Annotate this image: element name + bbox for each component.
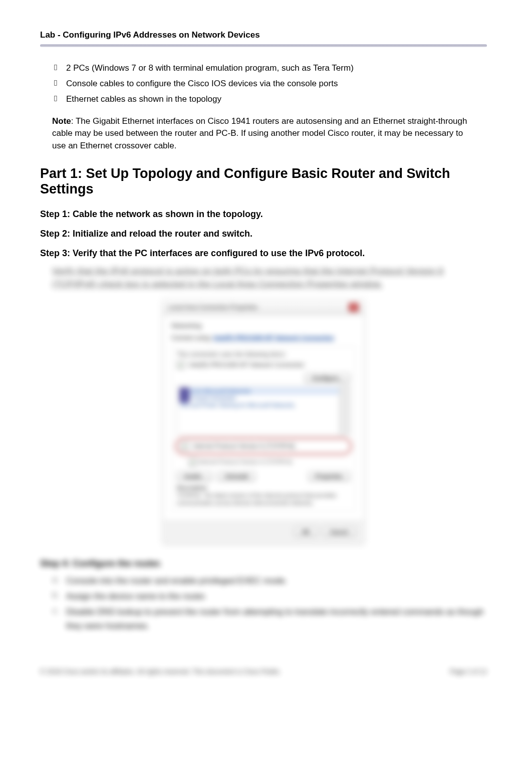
close-icon: × bbox=[349, 303, 359, 312]
uninstall-button: Uninstall bbox=[217, 471, 255, 481]
install-button: Install... bbox=[177, 471, 212, 481]
dialog-title: Local Area Connection Properties bbox=[168, 304, 258, 311]
scrollbar-thumb bbox=[179, 387, 189, 403]
description-block: Description TCP/IPv6. The latest version… bbox=[177, 484, 350, 507]
step-3-heading: Step 3: Verify that the PC interfaces ar… bbox=[40, 248, 487, 259]
list-item-text: Console cables to configure the Cisco IO… bbox=[66, 79, 338, 88]
note-label: Note bbox=[52, 116, 71, 126]
ipv4-item: ✓ Internet Protocol Version 4 (TCP/IPv4) bbox=[189, 458, 350, 466]
list-item: ▯ Console cables to configure the Cisco … bbox=[52, 77, 487, 90]
list-item: ▯ 2 PCs (Windows 7 or 8 with terminal em… bbox=[52, 61, 487, 75]
list-item: a. Console into the router and enable pr… bbox=[52, 574, 487, 588]
equipment-list: ▯ 2 PCs (Windows 7 or 8 with terminal em… bbox=[52, 61, 487, 106]
page-number: Page 2 of 12 bbox=[450, 668, 487, 675]
install-row: Install... Uninstall Properties bbox=[177, 471, 350, 481]
copyright-text: © 2016 Cisco and/or its affiliates. All … bbox=[40, 668, 281, 675]
configure-button: Configure... bbox=[305, 373, 350, 383]
step4-sublist: a. Console into the router and enable pr… bbox=[52, 574, 487, 633]
dialog-titlebar: Local Area Connection Properties × bbox=[163, 300, 364, 315]
connect-using-row: Connect using: Intel(R) PRO/1000 MT Netw… bbox=[171, 334, 356, 341]
scrollbar bbox=[339, 385, 350, 435]
ipv6-highlight: ✓ Internet Protocol Version 6 (TCP/IPv6) bbox=[176, 438, 351, 454]
bullet-icon: b. bbox=[52, 590, 59, 601]
adapter-checkbox-row: ✓ Intel(R) PRO/1000 MT Network Connectio… bbox=[177, 361, 350, 369]
ok-button: OK bbox=[294, 527, 318, 537]
checkbox-icon: ✓ bbox=[177, 361, 185, 369]
list-item: b. Assign the device name to the router. bbox=[52, 590, 487, 603]
list-item: ▯ Ethernet cables as shown in the topolo… bbox=[52, 92, 487, 106]
step-2-heading: Step 2: Initialize and reload the router… bbox=[40, 229, 487, 239]
step-4-heading: Step 4: Configure the router. bbox=[40, 558, 487, 569]
bullet-icon: ▯ bbox=[52, 92, 59, 103]
header-rule bbox=[40, 44, 487, 47]
group-title: This connection uses the following items… bbox=[177, 351, 350, 358]
bullet-icon: c. bbox=[52, 605, 59, 616]
blurred-intro: Verify that the IPv6 protocol is active … bbox=[52, 265, 475, 290]
list-item-text: 2 PCs (Windows 7 or 8 with terminal emul… bbox=[66, 63, 354, 73]
list-item-text: Assign the device name to the router. bbox=[66, 592, 207, 601]
list-item-text: Console into the router and enable privi… bbox=[66, 576, 287, 586]
checkbox-icon: ✓ bbox=[181, 442, 189, 450]
tab-label: Networking bbox=[171, 322, 356, 329]
note-text: : The Gigabit Ethernet interfaces on Cis… bbox=[52, 116, 467, 150]
properties-dialog: Local Area Connection Properties × Netwo… bbox=[163, 299, 364, 543]
bullet-icon: a. bbox=[52, 574, 59, 585]
dialog-footer: OK Cancel bbox=[163, 520, 364, 543]
page-footer: © 2016 Cisco and/or its affiliates. All … bbox=[40, 668, 487, 675]
step-1-heading: Step 1: Cable the network as shown in th… bbox=[40, 209, 487, 220]
bullet-icon: ▯ bbox=[52, 61, 59, 72]
part-heading: Part 1: Set Up Topology and Configure Ba… bbox=[40, 166, 487, 197]
properties-button: Properties bbox=[308, 471, 350, 481]
blurred-region: Verify that the IPv6 protocol is active … bbox=[40, 265, 487, 675]
cancel-button: Cancel bbox=[323, 527, 356, 537]
page-header-title: Lab - Configuring IPv6 Addresses on Netw… bbox=[40, 30, 487, 44]
list-item-text: Disable DNS lookup to prevent the router… bbox=[66, 607, 483, 630]
protocol-listbox: Client for Microsoft Networks QoS Packet… bbox=[177, 385, 350, 435]
note-paragraph: Note: The Gigabit Ethernet interfaces on… bbox=[52, 115, 475, 152]
list-item: c. Disable DNS lookup to prevent the rou… bbox=[52, 605, 487, 632]
list-item-text: Ethernet cables as shown in the topology bbox=[66, 94, 221, 104]
bullet-icon: ▯ bbox=[52, 77, 59, 88]
